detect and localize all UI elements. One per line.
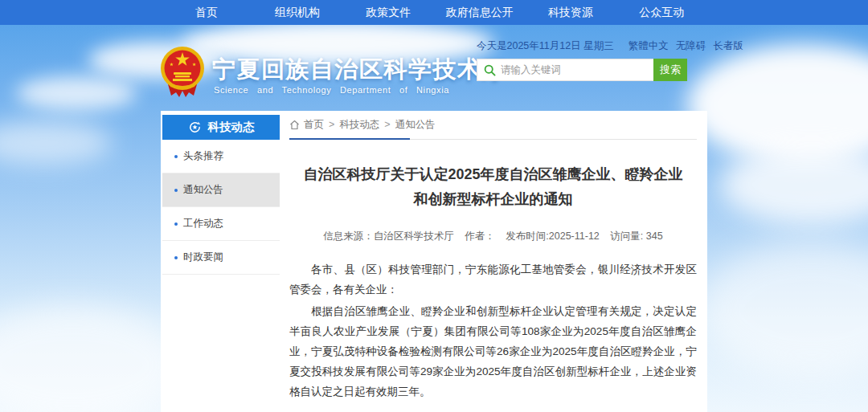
bullet-icon: [174, 189, 178, 192]
article-meta: 信息来源：自治区科学技术厅 作者： 发布时间:2025-11-12 访问量: 3…: [289, 230, 697, 243]
breadcrumb-home[interactable]: 首页: [304, 118, 324, 132]
nav-item-organization[interactable]: 组织机构: [252, 0, 342, 25]
sidebar: 科技动态 头条推荐 通知公告 工作动态 时政要闻: [162, 115, 280, 275]
meta-author: 作者：: [465, 230, 495, 242]
sidebar-item-notices[interactable]: 通知公告: [162, 173, 280, 207]
nav-item-public-interaction[interactable]: 公众互动: [616, 0, 707, 25]
nav-item-sci-resources[interactable]: 科技资源: [525, 0, 616, 25]
current-date: 今天是2025年11月12日 星期三: [477, 39, 614, 53]
sidebar-title: 科技动态: [208, 120, 255, 135]
top-navigation: 首页 组织机构 政策文件 政府信息公开 科技资源 公众互动: [0, 0, 868, 25]
site-subtitle: Science and Technology Department of Nin…: [214, 85, 449, 95]
nav-item-gov-info[interactable]: 政府信息公开: [434, 0, 525, 25]
sidebar-item-label: 工作动态: [183, 217, 223, 230]
search-button[interactable]: 搜索: [653, 59, 687, 81]
meta-publish-time: 发布时间:2025-11-12: [506, 230, 600, 242]
main-panel: 科技动态 头条推荐 通知公告 工作动态 时政要闻: [161, 111, 707, 412]
sidebar-item-label: 头条推荐: [183, 149, 223, 163]
meta-visits: 访问量: 345: [610, 230, 662, 242]
search-input[interactable]: [501, 64, 637, 75]
sidebar-item-work-trends[interactable]: 工作动态: [162, 207, 280, 241]
sidebar-item-label: 时政要闻: [183, 251, 223, 264]
sidebar-item-political-news[interactable]: 时政要闻: [162, 241, 280, 275]
article-area: 首页 > 科技动态 > 通知公告 自治区科技厅关于认定2025年度自治区雏鹰企业…: [289, 116, 697, 412]
sidebar-item-headlines[interactable]: 头条推荐: [162, 140, 280, 173]
article-title-line2: 和创新型标杆企业的通知: [289, 187, 697, 212]
article-paragraph: 各市、县（区）科技管理部门，宁东能源化工基地管委会，银川经济技术开发区管委会，各…: [289, 259, 697, 300]
link-accessibility[interactable]: 无障碍: [676, 39, 706, 53]
home-icon: [289, 120, 300, 130]
search-icon: [484, 64, 496, 76]
cloud-decoration: [719, 145, 868, 225]
breadcrumb-separator: >: [329, 119, 334, 130]
page: 首页 组织机构 政策文件 政府信息公开 科技资源 公众互动 宁夏回族自治区: [0, 0, 868, 412]
article-title: 自治区科技厅关于认定2025年度自治区雏鹰企业、瞪羚企业 和创新型标杆企业的通知: [289, 162, 697, 212]
bullet-icon: [174, 222, 178, 226]
site-header: 宁夏回族自治区科学技术厅 Science and Technology Depa…: [0, 25, 868, 111]
breadcrumb-notices[interactable]: 通知公告: [395, 118, 436, 132]
article-body: 各市、县（区）科技管理部门，宁东能源化工基地管委会，银川经济技术开发区管委会，各…: [289, 259, 697, 402]
link-elder-version[interactable]: 长者版: [713, 39, 743, 53]
national-emblem-logo: [160, 46, 205, 99]
link-traditional-chinese[interactable]: 繁體中文: [628, 39, 669, 53]
cloud-decoration: [0, 120, 113, 165]
breadcrumb-divider: [289, 138, 697, 140]
site-title: 宁夏回族自治区科学技术厅: [212, 54, 506, 86]
cloud-decoration: [0, 305, 185, 412]
article-title-line1: 自治区科技厅关于认定2025年度自治区雏鹰企业、瞪羚企业: [289, 162, 697, 187]
bullet-icon: [174, 256, 178, 259]
breadcrumb-separator: >: [384, 119, 390, 130]
cloud-decoration: [699, 241, 868, 377]
nav-item-home[interactable]: 首页: [161, 0, 252, 25]
sidebar-header: 科技动态: [162, 115, 280, 140]
nav-item-policy[interactable]: 政策文件: [343, 0, 434, 25]
sci-news-icon: [188, 120, 202, 134]
sidebar-item-label: 通知公告: [183, 183, 223, 197]
article-paragraph: 根据自治区雏鹰企业、瞪羚企业和创新型标杆企业认定管理有关规定，决定认定半亩良人农…: [289, 301, 697, 402]
breadcrumb: 首页 > 科技动态 > 通知公告: [289, 116, 697, 133]
meta-source: 信息来源：自治区科学技术厅: [323, 230, 454, 242]
bullet-icon: [174, 155, 178, 158]
search-bar: 搜索: [477, 59, 687, 81]
breadcrumb-sci-news[interactable]: 科技动态: [339, 118, 379, 132]
